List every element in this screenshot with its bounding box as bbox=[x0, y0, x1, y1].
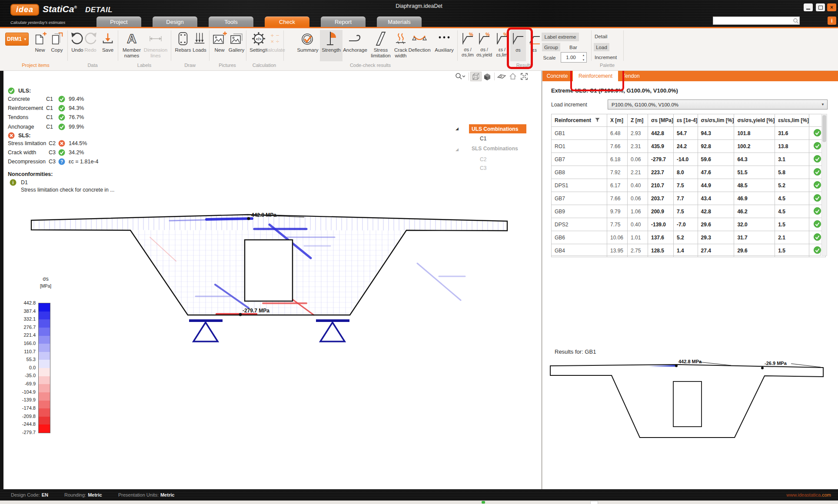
tab-design[interactable]: Design bbox=[153, 17, 197, 27]
label-extreme-toggle[interactable]: Label extreme bbox=[542, 33, 579, 41]
tab-tendon[interactable]: Tendon bbox=[619, 71, 643, 81]
strength-button[interactable]: Strength bbox=[320, 30, 343, 61]
spinner-up-icon[interactable]: ▲ bbox=[581, 53, 586, 57]
scale-label: Scale bbox=[540, 53, 559, 62]
result-sigma-yield-button[interactable]: % σs /σs,yield bbox=[474, 30, 494, 61]
scrollbar-thumb[interactable] bbox=[822, 115, 826, 142]
scale-stepper[interactable]: 1.00 ▲▼ bbox=[561, 52, 587, 63]
tab-concrete[interactable]: Concrete bbox=[542, 71, 572, 81]
close-button[interactable]: × bbox=[827, 3, 836, 11]
title-bar: idea StatiCa® DETAIL Calculate yesterday… bbox=[0, 0, 838, 27]
copy-button[interactable]: Copy bbox=[48, 30, 66, 61]
palette-increment-toggle[interactable]: Increment bbox=[595, 53, 622, 61]
palette-load-toggle[interactable]: Load bbox=[594, 43, 609, 51]
scale-value[interactable]: 1.00 bbox=[561, 53, 581, 62]
table-row[interactable]: GB1 6.48 2.93 442.8 54.7 94.3 101.8 31.6 bbox=[552, 127, 826, 140]
chevron-down-icon: ▼ bbox=[23, 37, 27, 41]
palette-detail-toggle[interactable]: Detail bbox=[595, 33, 616, 40]
column-x[interactable]: X [m] bbox=[607, 114, 628, 127]
stress-limitation-button[interactable]: Stress limitation bbox=[368, 30, 394, 61]
legend-tick: -209.8 bbox=[4, 412, 36, 421]
tab-project[interactable]: Project bbox=[96, 17, 141, 27]
table-row[interactable]: GB6 10.06 1.01 137.6 5.2 29.3 31.7 2.1 bbox=[552, 231, 826, 244]
column-stress[interactable]: σs [MPa] bbox=[648, 114, 674, 127]
fail-icon bbox=[58, 140, 65, 147]
summary-row: TendonsC1 76.7% bbox=[8, 113, 84, 121]
auxiliary-button[interactable]: Auxiliary bbox=[432, 30, 456, 61]
table-row[interactable]: DPS1 6.17 0.40 210.7 7.5 44.9 48.5 5.2 bbox=[552, 179, 826, 192]
search-input[interactable] bbox=[713, 18, 792, 23]
column-z[interactable]: Z [m] bbox=[628, 114, 648, 127]
tab-report[interactable]: Report bbox=[321, 17, 366, 27]
bar-toggle[interactable]: Bar bbox=[565, 43, 582, 51]
zoom-tool-button[interactable] bbox=[452, 72, 467, 81]
member-names-button[interactable]: A Member names bbox=[118, 30, 145, 61]
table-row[interactable]: GB7 6.18 0.06 -279.7 -14.0 59.6 64.3 3.1 bbox=[552, 153, 826, 166]
load-increment-dropdown[interactable]: P100.0%, G100.0%, V100.0% ▼ bbox=[608, 99, 828, 109]
tree-item-c3[interactable]: C3 bbox=[480, 165, 486, 171]
ribbon: DRM1▼ New Copy Undo bbox=[0, 27, 838, 71]
result-eps-lim-button[interactable]: % εs /εs,lim bbox=[494, 30, 510, 61]
table-row[interactable]: DPS2 7.75 0.40 -139.0 -7.0 29.6 32.0 1.5 bbox=[552, 218, 826, 231]
nonconformity-text[interactable]: Stress limitation check for concrete in … bbox=[21, 187, 114, 193]
tree-item-c2[interactable]: C2 bbox=[480, 156, 486, 162]
tree-expander-icon[interactable]: ◢ bbox=[456, 147, 459, 152]
pass-icon bbox=[814, 129, 821, 136]
tab-reinforcement[interactable]: Reinforcement bbox=[573, 71, 618, 81]
deflection-button[interactable]: Deflection bbox=[407, 30, 432, 61]
table-row[interactable]: GB8 7.92 2.21 223.7 8.0 47.6 51.5 5.8 bbox=[552, 166, 826, 179]
column-stress-lim-ratio[interactable]: σs/σs,lim [%] bbox=[698, 114, 734, 127]
redo-icon bbox=[83, 31, 98, 46]
deflection-icon bbox=[411, 31, 428, 46]
new-project-item-button[interactable]: New bbox=[31, 30, 49, 61]
tree-expander-icon[interactable]: ◢ bbox=[456, 126, 459, 131]
result-sigma-s-button[interactable]: σs bbox=[510, 30, 526, 61]
pass-icon bbox=[58, 114, 65, 121]
tree-item-sls-combinations[interactable]: SLS Combinations bbox=[472, 146, 518, 152]
new-picture-button[interactable]: New bbox=[211, 30, 228, 61]
column-strain-lim-ratio[interactable]: εs/εs,lim [%] bbox=[775, 114, 809, 127]
column-stress-yield-ratio[interactable]: σs/σs,yield [%] bbox=[734, 114, 775, 127]
extreme-title: Extreme ULS: C1 (P100.0%, G100.0%, V100.… bbox=[551, 87, 678, 94]
filter-icon[interactable] bbox=[595, 118, 600, 122]
column-strain[interactable]: εs [1e-4] bbox=[673, 114, 698, 127]
group-label-calculation: Calculation bbox=[253, 63, 276, 68]
website-link[interactable]: www.ideastatica.com bbox=[786, 489, 831, 501]
table-row[interactable]: RO1 7.66 2.31 435.9 24.2 92.8 100.2 13.8 bbox=[552, 140, 826, 153]
wireframe-view-button[interactable] bbox=[470, 72, 482, 81]
loads-button[interactable]: Loads bbox=[190, 30, 209, 61]
tab-tools[interactable]: Tools bbox=[209, 17, 253, 27]
table-scrollbar[interactable] bbox=[821, 114, 827, 256]
save-button[interactable]: Save bbox=[99, 30, 116, 61]
model-canvas[interactable]: ULS: ConcreteC1 99.4% ReinforcementC1 94… bbox=[3, 71, 541, 489]
gallery-button[interactable]: Gallery bbox=[226, 30, 246, 61]
home-view-button[interactable] bbox=[507, 72, 519, 81]
project-item-selector[interactable]: DRM1▼ bbox=[5, 33, 29, 46]
summary-button[interactable]: Summary bbox=[296, 30, 320, 61]
anchorage-button[interactable]: Anchorage bbox=[342, 30, 369, 61]
maximize-button[interactable] bbox=[816, 3, 825, 11]
minimize-button[interactable] bbox=[804, 3, 813, 11]
zoom-fit-button[interactable] bbox=[519, 72, 530, 81]
search-icon bbox=[792, 18, 799, 24]
tab-check[interactable]: Check bbox=[265, 17, 309, 27]
tab-materials[interactable]: Materials bbox=[377, 17, 422, 27]
column-reinforcement[interactable]: Reinforcement bbox=[552, 114, 607, 127]
uls-summary-header: ULS: bbox=[8, 87, 31, 94]
tree-item-c1[interactable]: C1 bbox=[480, 136, 486, 142]
spinner-down-icon[interactable]: ▼ bbox=[581, 57, 586, 62]
group-toggle[interactable]: Group bbox=[542, 43, 560, 51]
fail-icon bbox=[8, 132, 15, 139]
info-button[interactable]: i bbox=[828, 17, 836, 25]
nonconformity-id[interactable]: D1 bbox=[21, 179, 28, 186]
magnifier-icon bbox=[455, 73, 465, 80]
tree-item-uls-combinations[interactable]: ULS Combinations bbox=[469, 124, 526, 133]
close-icon: × bbox=[830, 4, 833, 10]
legend-tick: 55.3 bbox=[4, 355, 36, 364]
group-label-code-check-results: Code-check results bbox=[350, 63, 391, 68]
table-row[interactable]: GB7 7.66 0.06 203.7 7.7 43.4 46.9 4.5 bbox=[552, 192, 826, 205]
section-view-button[interactable] bbox=[496, 72, 507, 81]
solid-view-button[interactable] bbox=[482, 72, 493, 81]
status-bar: Design Code:EN Rounding:Metric Presentat… bbox=[0, 489, 838, 501]
table-row[interactable]: GB9 9.79 1.06 200.9 7.5 42.8 46.2 4.5 bbox=[552, 205, 826, 218]
